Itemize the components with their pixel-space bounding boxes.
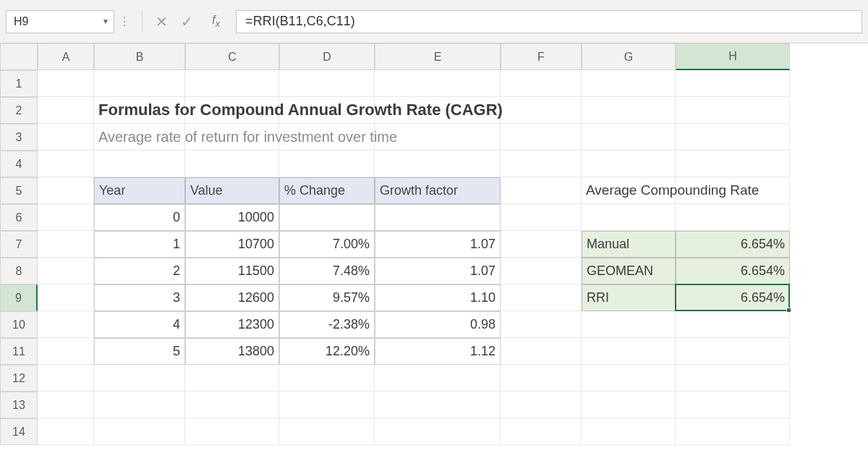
cell-H2[interactable]: [676, 97, 790, 124]
fx-icon[interactable]: fx: [206, 13, 223, 29]
cell-E1[interactable]: [375, 70, 501, 97]
cell-H3[interactable]: [676, 124, 790, 151]
cell-E6[interactable]: [375, 204, 501, 231]
select-all-corner[interactable]: [0, 43, 38, 70]
cell-B8[interactable]: 2: [94, 258, 185, 284]
cell-G13[interactable]: [582, 392, 676, 418]
cell-A4[interactable]: [38, 151, 94, 177]
row-header-12[interactable]: 12: [0, 365, 38, 392]
column-header-E[interactable]: E: [375, 43, 501, 70]
cell-E12[interactable]: [375, 365, 501, 392]
row-header-3[interactable]: 3: [0, 124, 38, 151]
cell-F6[interactable]: [501, 204, 582, 231]
cell-A9[interactable]: [38, 284, 94, 311]
cell-B7[interactable]: 1: [94, 231, 185, 258]
cell-D12[interactable]: [279, 365, 375, 392]
cell-C12[interactable]: [185, 365, 279, 392]
row-header-14[interactable]: 14: [0, 418, 38, 445]
cell-A14[interactable]: [38, 418, 94, 445]
cell-C1[interactable]: [185, 70, 279, 97]
cell-D8[interactable]: 7.48%: [279, 258, 375, 284]
cell-A2[interactable]: [38, 97, 94, 124]
column-header-D[interactable]: D: [279, 43, 375, 70]
table-header-value[interactable]: Value: [185, 177, 279, 204]
cell-C11[interactable]: 13800: [185, 338, 279, 365]
side-label-geomean[interactable]: GEOMEAN: [582, 258, 676, 284]
spreadsheet-grid[interactable]: ABCDEFGH12Formulas for Compound Annual G…: [0, 43, 868, 445]
row-header-7[interactable]: 7: [0, 231, 38, 258]
cell-E9[interactable]: 1.10: [375, 284, 501, 311]
cell-A5[interactable]: [38, 177, 94, 204]
cell-F8[interactable]: [501, 258, 582, 284]
cell-C8[interactable]: 11500: [185, 258, 279, 284]
cell-A11[interactable]: [38, 338, 94, 365]
cell-A6[interactable]: [38, 204, 94, 231]
row-header-11[interactable]: 11: [0, 338, 38, 365]
cell-D7[interactable]: 7.00%: [279, 231, 375, 258]
cell-G14[interactable]: [582, 418, 676, 445]
cancel-icon[interactable]: ✕: [156, 13, 168, 30]
cell-A12[interactable]: [38, 365, 94, 392]
row-header-9[interactable]: 9: [0, 284, 38, 311]
cell-B12[interactable]: [94, 365, 185, 392]
cell-B14[interactable]: [94, 418, 185, 445]
cell-B4[interactable]: [94, 151, 185, 177]
cell-F10[interactable]: [501, 311, 582, 338]
cell-D6[interactable]: [279, 204, 375, 231]
cell-E7[interactable]: 1.07: [375, 231, 501, 258]
side-value-2[interactable]: 6.654%: [676, 284, 790, 311]
cell-F5[interactable]: [501, 177, 582, 204]
cell-F13[interactable]: [501, 392, 582, 418]
accept-icon[interactable]: ✓: [181, 13, 193, 30]
cell-H14[interactable]: [676, 418, 790, 445]
cell-F1[interactable]: [501, 70, 582, 97]
column-header-G[interactable]: G: [582, 43, 676, 70]
cell-B6[interactable]: 0: [94, 204, 185, 231]
cell-D1[interactable]: [279, 70, 375, 97]
cell-G3[interactable]: [582, 124, 676, 151]
cell-C4[interactable]: [185, 151, 279, 177]
cell-G5[interactable]: Average Compounding Rate: [582, 177, 676, 204]
cell-D14[interactable]: [279, 418, 375, 445]
cell-G6[interactable]: [582, 204, 676, 231]
cell-C14[interactable]: [185, 418, 279, 445]
row-header-6[interactable]: 6: [0, 204, 38, 231]
cell-D13[interactable]: [279, 392, 375, 418]
cell-B3[interactable]: Average rate of return for investment ov…: [94, 124, 185, 151]
cell-B2[interactable]: Formulas for Compound Annual Growth Rate…: [94, 97, 185, 124]
cell-C13[interactable]: [185, 392, 279, 418]
row-header-1[interactable]: 1: [0, 70, 38, 97]
cell-A3[interactable]: [38, 124, 94, 151]
cell-A1[interactable]: [38, 70, 94, 97]
column-header-H[interactable]: H: [676, 43, 790, 70]
cell-D9[interactable]: 9.57%: [279, 284, 375, 311]
cell-F9[interactable]: [501, 284, 582, 311]
cell-E13[interactable]: [375, 392, 501, 418]
cell-F2[interactable]: [501, 97, 582, 124]
cell-G2[interactable]: [582, 97, 676, 124]
side-value-1[interactable]: 6.654%: [676, 258, 790, 284]
name-box-dropdown-icon[interactable]: ▼: [102, 17, 109, 25]
cell-C6[interactable]: 10000: [185, 204, 279, 231]
cell-H11[interactable]: [676, 338, 790, 365]
cell-G1[interactable]: [582, 70, 676, 97]
row-header-8[interactable]: 8: [0, 258, 38, 284]
cell-A10[interactable]: [38, 311, 94, 338]
column-header-A[interactable]: A: [38, 43, 94, 70]
cell-H1[interactable]: [676, 70, 790, 97]
cell-F12[interactable]: [501, 365, 582, 392]
cell-D10[interactable]: -2.38%: [279, 311, 375, 338]
cell-E14[interactable]: [375, 418, 501, 445]
table-header-year[interactable]: Year: [94, 177, 185, 204]
cell-G12[interactable]: [582, 365, 676, 392]
cell-H13[interactable]: [676, 392, 790, 418]
cell-E10[interactable]: 0.98: [375, 311, 501, 338]
cell-E11[interactable]: 1.12: [375, 338, 501, 365]
cell-B9[interactable]: 3: [94, 284, 185, 311]
cell-D4[interactable]: [279, 151, 375, 177]
cell-C7[interactable]: 10700: [185, 231, 279, 258]
row-header-13[interactable]: 13: [0, 392, 38, 418]
cell-E8[interactable]: 1.07: [375, 258, 501, 284]
cell-G11[interactable]: [582, 338, 676, 365]
table-header---change[interactable]: % Change: [279, 177, 375, 204]
